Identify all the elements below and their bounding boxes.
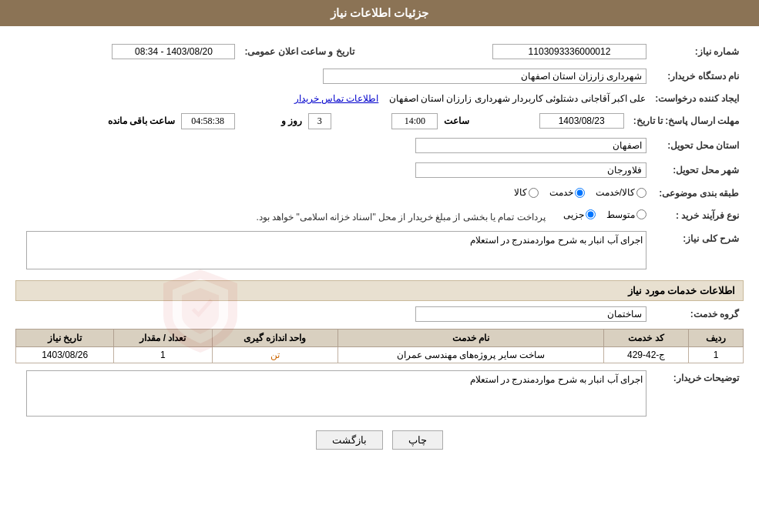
ostan-label: استان محل تحویل: xyxy=(651,136,744,156)
shomara-niaz-input[interactable] xyxy=(492,44,646,59)
ostan-input[interactable] xyxy=(415,138,646,153)
col-nam: نام خدمت xyxy=(338,330,604,347)
page-title: جزئیات اطلاعات نیاز xyxy=(331,6,428,19)
radio-kala-khedmat[interactable]: کالا/خدمت xyxy=(596,187,646,198)
ettelaat-link[interactable]: اطلاعات تماس خریدار xyxy=(294,93,379,104)
days-label: روز و xyxy=(281,115,302,126)
radio-jozi[interactable]: جزیی xyxy=(563,209,596,220)
mohlat-label: مهلت ارسال پاسخ: تا تاریخ: xyxy=(629,111,744,131)
services-table: ردیف کد خدمت نام خدمت واحد اندازه گیری ت… xyxy=(15,329,744,363)
taarikh-elam-input[interactable] xyxy=(112,44,235,59)
time-label: ساعت xyxy=(444,115,469,126)
nam-dastgah-input[interactable] xyxy=(323,69,646,84)
col-kod: کد خدمت xyxy=(604,330,689,347)
remaining-input[interactable] xyxy=(181,113,235,129)
footer-buttons: چاپ بازگشت xyxy=(15,430,744,450)
remaining-label: ساعت باقی مانده xyxy=(108,115,176,126)
radio-motavasset[interactable]: متوسط xyxy=(606,209,646,220)
cell-kod: ج-42-429 xyxy=(604,347,689,363)
farayand-notice: پرداخت تمام یا بخشی از مبلغ خریدار از مح… xyxy=(256,211,545,222)
radio-khedmat[interactable]: خدمت xyxy=(549,187,585,198)
sharh-label: شرح کلی نیاز: xyxy=(651,229,744,274)
taarikh-elam-label: تاریخ و ساعت اعلان عمومی: xyxy=(240,42,358,62)
sharh-textarea[interactable]: اجرای آب انبار به شرح مواردمندرج در استع… xyxy=(26,231,646,269)
shahr-label: شهر محل تحویل: xyxy=(651,160,744,180)
cell-nam: ساخت سایر پروژه‌های مهندسی عمران xyxy=(338,347,604,363)
group-label: گروه خدمت: xyxy=(651,304,744,324)
radio-kala[interactable]: کالا xyxy=(514,187,539,198)
date-input[interactable] xyxy=(539,113,624,129)
shomara-niaz-label: شماره نیاز: xyxy=(651,42,744,62)
ijad-konande-value: علی اکبر آقاجانی دشتلوئی کاربردار شهردار… xyxy=(389,93,646,104)
cell-tarikh: 1403/08/26 xyxy=(16,347,114,363)
ijad-konande-label: ایجاد کننده درخواست: xyxy=(650,91,744,106)
services-section-header: اطلاعات خدمات مورد نیاز xyxy=(15,280,744,301)
group-input[interactable] xyxy=(415,306,646,322)
nam-dastgah-label: نام دستگاه خریدار: xyxy=(651,66,744,86)
back-button[interactable]: بازگشت xyxy=(316,430,383,450)
buyer-desc-textarea[interactable]: اجرای آب انبار به شرح مواردمندرج در استع… xyxy=(26,370,646,417)
col-radif: ردیف xyxy=(688,330,743,347)
page-header: جزئیات اطلاعات نیاز xyxy=(0,0,759,26)
shahr-input[interactable] xyxy=(415,162,646,178)
buyer-desc-label: توضیحات خریدار: xyxy=(651,368,744,421)
print-button[interactable]: چاپ xyxy=(392,430,443,450)
cell-radif: 1 xyxy=(688,347,743,363)
watermark-logo xyxy=(154,265,247,357)
days-input[interactable] xyxy=(308,113,331,129)
time-input[interactable] xyxy=(391,113,438,129)
farayand-label: نوع فرآیند خرید : xyxy=(651,207,744,225)
table-row: 1 ج-42-429 ساخت سایر پروژه‌های مهندسی عم… xyxy=(16,347,744,363)
tabaqe-label: طبقه بندی موضوعی: xyxy=(651,185,744,202)
col-tarikh: تاریخ نیاز xyxy=(16,330,114,347)
